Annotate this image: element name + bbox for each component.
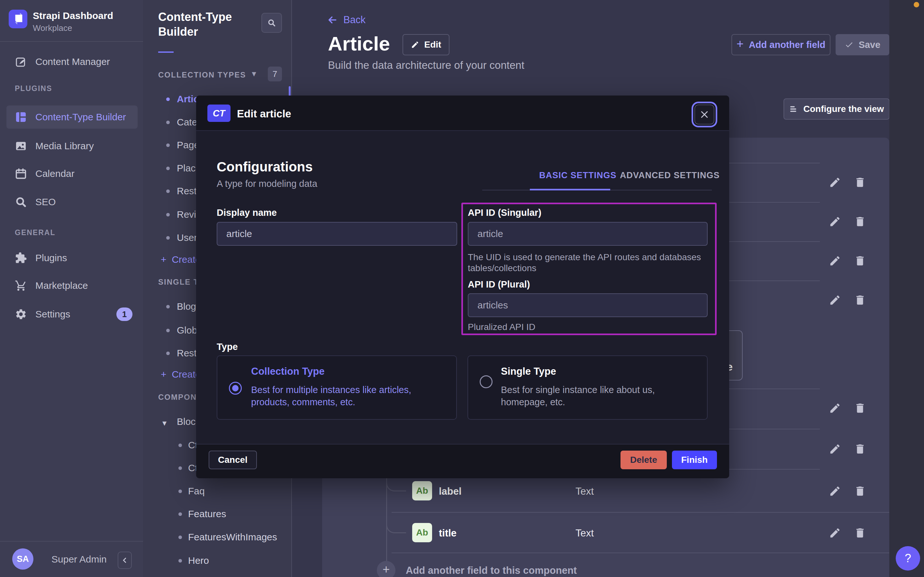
type-item[interactable]: Rest [177,346,197,360]
add-another-field-button[interactable]: + Add another field [731,34,831,55]
sidebar-item-label: SEO [35,197,56,208]
bullet-icon [178,466,182,470]
section-label-general: GENERAL [15,228,55,237]
trash-icon[interactable] [854,216,866,228]
calendar-icon [15,168,27,180]
type-item[interactable]: Revi [177,208,196,222]
row-divider [392,553,889,553]
save-button[interactable]: Save [836,34,889,55]
tab-basic-settings[interactable]: BASIC SETTINGS [539,171,617,181]
sidebar-item-seo[interactable]: SEO [6,190,138,214]
sidebar-item-plugins[interactable]: Plugins [6,247,138,269]
bullet-icon [166,351,170,355]
collection-type-desc: Best for multiple instances like article… [251,384,437,408]
pencil-icon[interactable] [829,527,841,539]
bullet-icon [166,236,170,240]
edit-button[interactable]: Edit [403,34,450,55]
modal-subheading: A type for modeling data [217,179,317,189]
sidebar-item-label: Settings [35,309,70,320]
help-button[interactable]: ? [896,546,920,571]
trash-icon[interactable] [854,402,866,414]
search-icon [267,18,276,27]
sidebar-item-marketplace[interactable]: Marketplace [6,274,138,297]
component-item[interactable]: Features [188,507,226,521]
collection-types-header[interactable]: COLLECTION TYPES ▾ [158,71,257,79]
pencil-icon[interactable] [829,255,841,267]
trash-icon[interactable] [854,294,866,306]
trash-icon[interactable] [854,485,866,497]
edit-article-modal: CT Edit article Configurations A type fo… [196,95,729,478]
modal-header: CT Edit article [196,95,729,131]
pencil-icon[interactable] [829,485,841,497]
component-category[interactable]: Bloc [177,414,196,429]
chevron-down-icon[interactable]: ▾ [162,418,167,428]
search-button[interactable] [261,13,282,33]
arrow-left-icon [327,14,338,26]
sidebar-item-content-manager[interactable]: Content Manager [6,50,138,73]
field-name: label [439,486,462,497]
type-item-article[interactable]: Artic [177,92,199,106]
pencil-icon[interactable] [829,176,841,189]
single-type-option[interactable]: Single Type Best for single instance lik… [468,355,708,420]
plus-icon: + [161,369,167,380]
component-item[interactable]: Hero [188,553,209,568]
radio-unselected-icon[interactable] [480,376,493,388]
section-label-plugins: PLUGINS [15,84,52,93]
sidebar-item-calendar[interactable]: Calendar [6,162,138,185]
api-id-singular-help: The UID is used to generate the API rout… [468,252,706,274]
pencil-icon[interactable] [829,402,841,414]
api-id-singular-input[interactable] [468,222,708,246]
type-item[interactable]: Glob [177,323,197,337]
type-label: Type [217,342,238,352]
strapi-logo [9,10,27,28]
cart-icon [15,279,27,292]
back-link[interactable]: Back [327,14,366,26]
close-button[interactable] [694,105,714,124]
add-field-circle-button[interactable]: + [377,561,395,577]
cancel-button[interactable]: Cancel [209,451,257,469]
trash-icon[interactable] [854,443,866,455]
tree-branch [386,520,406,533]
tab-advanced-settings[interactable]: ADVANCED SETTINGS [620,171,720,181]
sidebar-item-content-type-builder[interactable]: Content-Type Builder [6,105,138,129]
plus-icon: + [736,37,744,51]
type-item[interactable]: User [177,230,197,245]
display-name-input[interactable] [217,222,457,246]
trash-icon[interactable] [854,527,866,539]
radio-selected-icon[interactable] [229,382,242,395]
content-type-badge: CT [207,105,230,122]
user-name: Super Admin [51,554,107,565]
component-item[interactable]: Faq [188,484,205,498]
pencil-icon[interactable] [829,216,841,228]
bullet-icon [178,559,182,562]
collection-type-option[interactable]: Collection Type Best for multiple instan… [217,355,457,420]
delete-button[interactable]: Delete [620,451,667,469]
component-item[interactable]: FeaturesWithImages [188,530,277,544]
type-item[interactable]: Rest [177,184,197,198]
pencil-icon [411,40,419,49]
type-item[interactable]: Blog [177,300,196,314]
chevron-left-icon [121,556,129,564]
collapse-sidebar-button[interactable] [118,551,132,569]
check-icon [845,40,853,49]
magnifier-icon [15,196,27,208]
sidebar-item-media-library[interactable]: Media Library [6,134,138,158]
pencil-icon[interactable] [829,443,841,455]
configure-view-button[interactable]: Configure the view [784,98,890,120]
finish-button[interactable]: Finish [672,451,717,469]
trash-icon[interactable] [854,255,866,267]
api-id-plural-input[interactable] [468,293,708,317]
avatar[interactable]: SA [12,548,34,570]
row-divider [392,512,889,513]
page-subtitle: Build the data architecture of your cont… [328,59,524,71]
pencil-icon[interactable] [829,294,841,306]
create-single-type[interactable]: + Create [161,367,201,382]
type-item[interactable]: Plac [177,161,196,175]
accent-divider [158,52,174,53]
trash-icon[interactable] [854,176,866,189]
collection-type-title: Collection Type [251,366,325,377]
create-collection-type[interactable]: + Create [161,253,201,267]
type-item[interactable]: Cate [177,115,197,129]
sidebar-item-label: Content Manager [35,56,110,67]
add-component-field-link[interactable]: Add another field to this component [406,565,577,576]
